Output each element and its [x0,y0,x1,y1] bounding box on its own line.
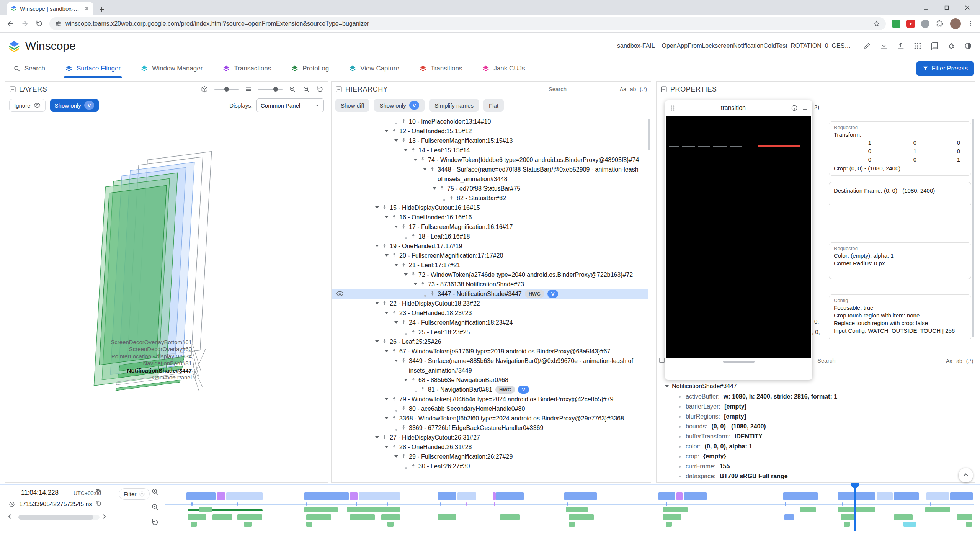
chevron-down-icon[interactable] [373,339,381,344]
timeline-segment[interactable] [663,507,688,512]
timeline-segment[interactable] [191,522,197,527]
zoom-out-icon[interactable] [302,85,310,93]
pin-icon[interactable] [401,453,407,459]
timeline-segment[interactable] [966,522,972,527]
timeline-segment[interactable] [800,507,816,512]
tree-node[interactable]: 81 - NavigationBar0#81 HWC V [332,385,648,394]
dark-mode-icon[interactable] [964,42,972,50]
tree-node[interactable]: 73 - 8736138 NotificationShade#73 [332,280,648,289]
pin-icon[interactable] [410,147,416,153]
timeline-segment[interactable] [569,522,575,527]
timeline-segment[interactable] [237,514,262,520]
displays-select[interactable]: Common Panel [256,98,324,112]
timeline-segment[interactable] [350,492,358,500]
pin-icon[interactable] [382,243,387,249]
property-row[interactable]: color: (0, 0, 0), alpha: 1 [657,441,975,451]
maximize-icon[interactable] [944,5,949,10]
timeline-segment[interactable] [894,514,913,520]
chevron-down-icon[interactable] [383,348,390,354]
collapse-panel-icon[interactable] [660,86,667,93]
pin-icon[interactable] [382,300,387,306]
tree-node[interactable]: 3368 - WindowToken{f6b2f60 type=2024 and… [332,414,648,423]
timeline-segment[interactable] [496,492,524,500]
chevron-down-icon[interactable] [383,214,390,220]
show-only-toggle[interactable]: Show only V [50,99,99,112]
extensions-puzzle-icon[interactable] [936,20,944,28]
timeline-segment[interactable] [304,507,338,512]
forward-icon[interactable] [21,20,29,28]
tree-node[interactable]: 3449 - Surface(name=885b63e NavigationBa… [332,356,648,375]
pin-icon[interactable] [382,338,387,344]
extension-icon-green[interactable] [892,20,900,28]
property-root-node[interactable]: NotificationShade#3447 [657,381,975,392]
layer-label[interactable]: NotificationShade#3447 [5,367,192,374]
tree-node[interactable]: 18 - Leaf:16:16#18 [332,232,648,241]
timeline-segment[interactable] [306,514,331,520]
site-settings-icon[interactable] [55,20,62,27]
property-row[interactable]: barrierLayer: [empty] [657,402,975,412]
layer-label[interactable]: Common Panel [5,374,192,381]
download-icon[interactable] [880,42,888,50]
timeline-segment[interactable] [350,514,375,520]
rotation-slider[interactable] [214,89,239,90]
timeline-segment[interactable] [306,522,312,527]
pin-icon[interactable] [439,185,445,191]
pin-icon[interactable] [382,204,387,210]
tree-node[interactable]: 30 - Leaf:26:27#30 [332,461,648,471]
pin-icon[interactable] [391,348,397,354]
timeline-segment[interactable] [838,492,875,500]
edit-pencil-icon[interactable] [863,42,871,50]
timeline-segment[interactable] [566,507,588,512]
timeline-segment[interactable] [784,514,794,520]
timeline-segment[interactable] [438,514,456,520]
chevron-down-icon[interactable] [373,205,381,210]
layers-3d-canvas[interactable] [5,82,328,482]
show-diff-toggle[interactable]: Show diff [335,99,369,112]
pin-icon[interactable] [401,358,407,363]
pin-icon[interactable] [420,157,426,162]
timeline-segment[interactable] [564,492,597,500]
timeline-segment[interactable] [347,507,400,512]
chevron-down-icon[interactable] [421,167,429,172]
report-bug-icon[interactable] [947,42,956,50]
timeline-segment[interactable] [663,514,681,520]
pin-icon[interactable] [391,444,397,450]
timeline-segment[interactable] [381,514,400,520]
back-icon[interactable] [6,20,15,28]
properties-search-input[interactable] [817,356,932,365]
chevron-down-icon[interactable] [392,262,400,268]
profile-avatar[interactable] [950,18,961,29]
pin-icon[interactable] [410,463,416,469]
layer-label[interactable]: ScreenDecorOverlay#60 [5,346,192,353]
layer-label[interactable]: ScreenDecorOverlayBottom#61 [5,339,192,346]
chevron-down-icon[interactable] [383,415,390,421]
timeline-segment[interactable] [199,507,212,512]
timeline-segment[interactable] [569,514,594,520]
search-toggle[interactable]: Aa [946,358,952,364]
property-row[interactable]: bufferTransform: IDENTITY [657,432,975,441]
pin-icon[interactable] [401,405,407,411]
new-tab-button[interactable] [99,7,105,13]
extension-icon-red[interactable] [906,20,915,28]
timeline-segment[interactable] [226,492,263,500]
tree-node[interactable]: 75 - ed70f88 StatusBar#75 [332,184,648,193]
show-only-toggle[interactable]: Show only V [374,99,425,112]
pin-icon[interactable] [382,434,387,440]
tree-node[interactable]: 14 - Leaf:15:15#14 [332,146,648,155]
pin-icon[interactable] [410,233,416,239]
tree-node[interactable]: 74 - WindowToken{fdddbe6 type=2000 andro… [332,155,648,165]
bookmark-star-icon[interactable] [873,20,880,28]
timeline-segment[interactable] [903,522,916,527]
pin-icon[interactable] [391,396,397,402]
timeline-segment[interactable] [457,492,476,500]
timeline-segment[interactable] [493,492,496,500]
collapse-panel-icon[interactable] [335,86,342,93]
chevron-down-icon[interactable] [383,444,390,450]
transition-screenshot-window[interactable]: transition [665,100,812,380]
timeline-segment[interactable] [359,492,400,500]
nav-tab[interactable]: Jank CUJs [482,59,525,78]
tree-node[interactable]: 21 - Leaf:17:17#21 [332,260,648,270]
property-row[interactable]: blurRegions: [empty] [657,412,975,422]
ignore-toggle[interactable]: Ignore [9,99,46,112]
tree-node[interactable]: 79 - WindowToken{7046b4a type=2024 andro… [332,394,648,404]
